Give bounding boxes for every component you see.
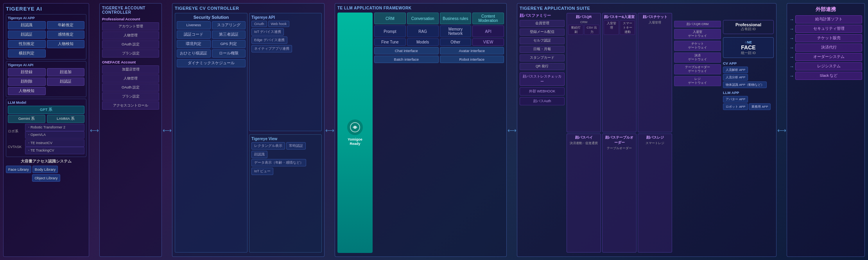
fw-robot: Robot interface bbox=[440, 56, 504, 63]
object-library-row: Object Library bbox=[6, 174, 86, 182]
fw-models: Models bbox=[407, 38, 439, 46]
kaopass-order: 顔パステーブルオーダー テーブルオーダー bbox=[602, 134, 637, 253]
fw-content-mod: Content Moderation bbox=[472, 13, 504, 24]
arrow-1: ⟷ bbox=[91, 3, 97, 257]
tigereye-api-box: Tigereye API OAuth Web hook IoT デバイス連携 E… bbox=[249, 13, 322, 131]
security-box: Security Solution Liveness スコアリング 認証コード … bbox=[175, 13, 247, 253]
mgmt-email: 登録メール配信 bbox=[520, 29, 565, 36]
ext-row-ticket: → チケット販売 bbox=[789, 34, 862, 42]
cvtask-label: CVTASK bbox=[8, 145, 23, 149]
ext-arrow-6: → bbox=[789, 64, 794, 69]
main-container: TIGEREYE AI Tigereye AI APP 顔認識 年齢推定 顔認証… bbox=[0, 0, 868, 260]
robot-label: ロボ系 bbox=[8, 129, 23, 134]
api-iot: IoT デバイス連携 bbox=[251, 28, 284, 36]
mgmt-stamp: スタンプカード bbox=[520, 54, 565, 61]
face-library-tag: Face Library bbox=[6, 166, 31, 173]
llm-app-business: 業務用 APP bbox=[749, 103, 771, 110]
cv-env: 環境判定 bbox=[177, 40, 211, 48]
cv-app-object: 物体認識 APP（動物など） bbox=[723, 81, 767, 88]
gw-qr-crm: 顔パスQR CRM bbox=[674, 21, 721, 27]
arrow-5: ⟷ bbox=[779, 3, 784, 257]
tag-smartkey: スマートキー連動 bbox=[620, 20, 635, 35]
tag-entry: 入室管理 bbox=[604, 20, 619, 35]
tag-touroku: 顔登録 bbox=[8, 68, 46, 76]
yomigoe-box: YomigoeReady bbox=[337, 13, 373, 253]
ext-arrow-2: → bbox=[789, 26, 794, 32]
ext-arrow-3: → bbox=[789, 36, 794, 41]
cv-gps: GPS 判定 bbox=[212, 40, 246, 48]
ai-api-section: Tigereye AI API 顔登録 顔追加 顔削除 顔認証 人物検知 bbox=[6, 61, 86, 97]
tag-tsuika: 顔追加 bbox=[47, 68, 85, 76]
tag-gpt: GPT 系 bbox=[8, 106, 84, 114]
kao-row2: 顔パスペイ 決済連動・促進通貨 顔パステーブルオーダー テーブルオーダー 顔パス… bbox=[567, 134, 672, 253]
tag-csv: CSV 出力 bbox=[584, 25, 599, 35]
cv-hitori: おひとり様認証 bbox=[177, 49, 211, 58]
arrow-2: ⟷ bbox=[164, 3, 170, 257]
fw-view: VIEW bbox=[472, 38, 504, 46]
security-grid: Liveness スコアリング 認証コード 第三者認証 環境判定 GPS 判定 … bbox=[177, 21, 246, 58]
ai-api-title: Tigereye AI API bbox=[8, 63, 84, 67]
professional-account: Professional Account アカウント管理 人物管理 OAuth … bbox=[102, 17, 159, 58]
tag-nensui: 年齢推定 bbox=[47, 21, 85, 29]
tag-gemini: Gemini 系 bbox=[8, 115, 45, 123]
tag-yokogao: 横顔判定 bbox=[8, 49, 46, 58]
oneface-sub: 統一顔 ID bbox=[725, 51, 771, 56]
kaopass-register-sub: スマートレジ bbox=[639, 141, 671, 145]
tag-jinbutsu: 人物検知 bbox=[47, 40, 85, 48]
view-face: 顔認識 bbox=[251, 151, 267, 158]
left-mgmt-col: 顔パスファミリー 会員管理 登録メール配信 セルフ認証 日報・月報 スタンプカー… bbox=[520, 13, 565, 253]
cv-dynamic: ダイナミックスケジュール bbox=[177, 59, 246, 67]
tigereye-api-title: Tigereye API bbox=[251, 15, 319, 20]
kaopass-pay: 顔パスペイ 決済連動・促進通貨 bbox=[567, 134, 601, 253]
mgmt-member: 会員管理 bbox=[520, 20, 565, 27]
tigereye-ai-title: TIGEREYE AI bbox=[6, 6, 86, 12]
fw-avatar: Avatar interface bbox=[440, 47, 504, 54]
kaopass-qr-tags: 動絵打刷 CSV 出力 bbox=[568, 25, 599, 35]
ext-row-payment: → 決済代行 bbox=[789, 43, 862, 52]
cv-app-tags: 人流解析 APP 人流分析 APP 物体認識 APP（動物など） bbox=[723, 67, 774, 88]
kao-family-title: 顔パスファミリー bbox=[520, 13, 565, 18]
fw-api-view-col: API bbox=[472, 25, 504, 37]
fw-prompt: Prompt bbox=[374, 25, 406, 37]
fw-other: Other bbox=[440, 38, 472, 46]
llm-app-tags: アバター APP ロボット APP 業務用 APP bbox=[723, 96, 774, 110]
mgmt-qr: QR 発行 bbox=[520, 63, 565, 70]
acc-store-mgmt: 加盟店管理 bbox=[102, 65, 159, 74]
fw-finetune: Fine Tune bbox=[374, 38, 406, 46]
cv-app-jinryu: 人流解析 APP bbox=[723, 67, 748, 73]
oneface-logo-text: ○NE FACE bbox=[725, 40, 771, 51]
oneface-title: ONEFACE Account bbox=[102, 60, 159, 64]
ext-arrow-7: → bbox=[789, 73, 794, 79]
fw-chat: Chat interface bbox=[374, 47, 439, 54]
tag-robotic: ・Robotic Transformer 2 bbox=[25, 124, 84, 131]
app-suite-section: TIGEREYE APPLICATION SUITE 顔パスファミリー 会員管理… bbox=[517, 3, 777, 257]
kaopass-ticket-title: 顔パスチケット bbox=[639, 14, 671, 20]
llm-framework-title: TE LLM APPLICATION FRAMEWORK bbox=[337, 6, 504, 10]
llm-section: LLM Model GPT 系 Gemini 系 LAMMA 系 ロボ系 ・Ro… bbox=[6, 99, 86, 157]
llm-framework-section: TE LLM APPLICATION FRAMEWORK YomigoeRead… bbox=[335, 3, 507, 257]
ext-rows: → 給与計算ソフト → セキュリティ管理 → チケット販売 → 決済代行 → オ… bbox=[789, 15, 862, 80]
bottom-section: 大容量アクセス認識システム Face Library Body Library … bbox=[6, 159, 86, 182]
kaopass-ticket: 顔パスチケット 入場管理 bbox=[638, 13, 672, 132]
spacer bbox=[674, 13, 721, 20]
api-oauth: OAuth bbox=[251, 21, 267, 27]
tigereye-ai-section: TIGEREYE AI Tigereye AI APP 顔認識 年齢推定 顔認証… bbox=[3, 3, 89, 257]
gw-ticket: チケットゲートウェイ bbox=[674, 41, 721, 51]
tag-ninsho2: 顔認証 bbox=[47, 78, 85, 86]
api-webhook: Web hook bbox=[268, 21, 289, 27]
kaopass-key-tags: 入室管理 スマートキー連動 bbox=[604, 20, 635, 35]
body-library-tag: Body Library bbox=[32, 166, 58, 173]
external-title: 外部連携 bbox=[789, 6, 862, 13]
fw-row1: CRM Conversation Business rules Content … bbox=[374, 13, 504, 24]
oneface-account: ONEFACE Account 加盟店管理 人物管理 OAuth 設定 プラン設… bbox=[102, 60, 159, 110]
tigereye-view-box: Tigereye View レクタングル表示 常時認証 顔認識 データ表示（年齢… bbox=[249, 134, 322, 253]
gw-key: 入退室ゲートウェイ bbox=[674, 29, 721, 39]
tag-kanjou: 感情推定 bbox=[47, 31, 85, 39]
ext-arrow-5: → bbox=[789, 54, 794, 60]
ext-payment: 決済代行 bbox=[795, 43, 862, 52]
llm-app-robot: ロボット APP bbox=[723, 103, 748, 110]
professional-box-sub: 占有顔 ID bbox=[725, 27, 771, 32]
spacer2 bbox=[723, 13, 774, 18]
tag-seibetsu: 性別推定 bbox=[8, 40, 46, 48]
ext-arrow-4: → bbox=[789, 45, 794, 51]
